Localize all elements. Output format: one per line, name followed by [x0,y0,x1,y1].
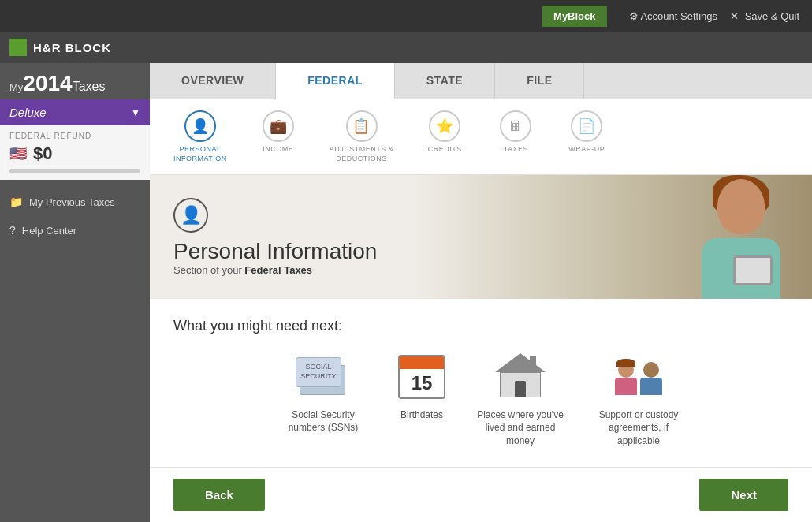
chevron-down-icon: ▼ [131,107,140,118]
hero-person-icon: 👤 [173,198,208,233]
income-icon: 💼 [263,110,294,142]
body-male [640,378,662,395]
refund-row: 🇺🇸 $0 [9,144,140,164]
calendar-icon: 15 [394,353,449,401]
top-navigation: MyBlock ⚙ Account Settings ✕ Save & Quit [0,0,812,32]
body-shape [702,238,780,298]
need-item-label: Birthdates [400,408,443,422]
taxes-icon: 🖩 [500,110,531,142]
door-shape [515,381,526,397]
taxes-label: Taxes [73,80,106,93]
section-label: PERSONALINFORMATION [173,145,227,163]
need-next-title: What you might need next: [173,318,788,334]
plan-label: Deluxe [9,106,47,119]
tax-year: 2014 [23,71,72,95]
folder-icon: 📁 [9,196,23,208]
hero-section: 👤 Personal Information Section of your F… [150,175,812,298]
calendar-number: 15 [400,369,444,397]
refund-section: FEDERAL REFUND 🇺🇸 $0 [0,125,150,180]
help-icon: ? [9,224,16,237]
hero-subtitle: Section of your Federal Taxes [173,264,377,276]
hero-title: Personal Information [173,239,377,264]
need-item-birthdate: 15 Birthdates [394,353,449,448]
sidebar: My2014Taxes Deluxe ▼ FEDERAL REFUND 🇺🇸 $… [0,63,150,522]
tab-bar: OVERVIEW FEDERAL STATE FILE [150,63,812,99]
main-layout: My2014Taxes Deluxe ▼ FEDERAL REFUND 🇺🇸 $… [0,63,812,522]
close-icon: ✕ [730,10,739,22]
bottom-buttons: Back Next [150,467,812,522]
flag-icon: 🇺🇸 [9,145,27,162]
roof-shape [495,353,546,372]
wrapup-icon: 📄 [571,110,602,142]
tab-file[interactable]: FILE [495,63,584,99]
house-icon [493,353,548,401]
subtitle-prefix: Section of your [173,264,244,276]
woman-illustration [639,175,812,298]
tablet-shape [733,255,773,285]
need-item-label: Social Security numbers (SSNs) [276,408,371,435]
main-panel: 👤 PERSONALINFORMATION 💼 INCOME 📋 ADJUSTM… [150,99,812,522]
need-item-custody: Support or custody agreements, if applic… [591,353,686,448]
save-quit-link[interactable]: ✕ Save & Quit [730,10,799,22]
person-female [615,359,637,395]
myblock-button[interactable]: MyBlock [542,6,606,27]
section-adjustments[interactable]: 📋 ADJUSTMENTS &DEDUCTIONS [322,107,402,166]
section-label: TAXES [504,145,528,155]
sidebar-title: My2014Taxes [0,63,150,99]
tab-federal[interactable]: FEDERAL [276,63,395,99]
head-male [643,362,659,378]
head-shape [717,179,765,234]
section-personal-info[interactable]: 👤 PERSONALINFORMATION [166,107,235,166]
refund-progress-bar [9,169,140,173]
sidebar-nav: 📁 My Previous Taxes ? Help Center [0,188,150,244]
section-label: CREDITS [428,145,462,155]
account-settings-link[interactable]: ⚙ Account Settings [629,10,717,22]
logo-bar: H&R BLOCK [0,32,812,63]
body-female [615,378,637,395]
sidebar-item-label: My Previous Taxes [29,196,115,208]
ssn-icon: SOCIALSECURITY [296,353,351,401]
back-button[interactable]: Back [173,479,265,511]
section-navigation: 👤 PERSONALINFORMATION 💼 INCOME 📋 ADJUSTM… [150,99,812,175]
section-label: ADJUSTMENTS &DEDUCTIONS [330,145,394,163]
plan-dropdown[interactable]: Deluxe ▼ [0,99,150,125]
hr-block-logo-square [9,39,27,56]
person-icon: 👤 [184,110,216,142]
section-taxes[interactable]: 🖩 TAXES [488,107,543,166]
hair-female [616,359,635,367]
sidebar-item-previous-taxes[interactable]: 📁 My Previous Taxes [0,188,150,216]
section-income[interactable]: 💼 INCOME [251,107,306,166]
section-wrapup[interactable]: 📄 WRAP-UP [559,107,614,166]
need-item-places: Places where you've lived and earned mon… [473,353,568,448]
tab-overview[interactable]: OVERVIEW [150,63,276,99]
subtitle-bold: Federal Taxes [244,264,312,276]
my-label: My [9,81,23,93]
sidebar-item-help-center[interactable]: ? Help Center [0,216,150,244]
chimney-shape [530,356,536,367]
need-item-label: Support or custody agreements, if applic… [591,408,686,448]
sidebar-item-label: Help Center [22,225,76,237]
need-item-ssn: SOCIALSECURITY Social Security numbers (… [276,353,371,448]
tab-state[interactable]: STATE [395,63,495,99]
people-icon [611,353,666,401]
next-button[interactable]: Next [699,479,788,511]
section-label: WRAP-UP [568,145,605,155]
adjustments-icon: 📋 [346,110,378,142]
credits-icon: ⭐ [429,110,460,142]
refund-amount: $0 [33,144,52,164]
need-item-label: Places where you've lived and earned mon… [473,408,568,448]
person-male [640,362,662,395]
hero-image [544,175,812,298]
house-body-shape [500,372,541,397]
content-area: OVERVIEW FEDERAL STATE FILE 👤 PERSONALIN… [150,63,812,522]
brand-name: H&R BLOCK [33,41,111,54]
need-next-section: What you might need next: SOCIALSECURITY [150,299,812,467]
section-label: INCOME [263,145,293,155]
calendar-header [400,356,444,369]
need-items-list: SOCIALSECURITY Social Security numbers (… [173,353,788,448]
refund-label: FEDERAL REFUND [9,132,140,140]
hero-text: 👤 Personal Information Section of your F… [173,198,377,276]
gear-icon: ⚙ [629,10,639,22]
section-credits[interactable]: ⭐ CREDITS [417,107,472,166]
